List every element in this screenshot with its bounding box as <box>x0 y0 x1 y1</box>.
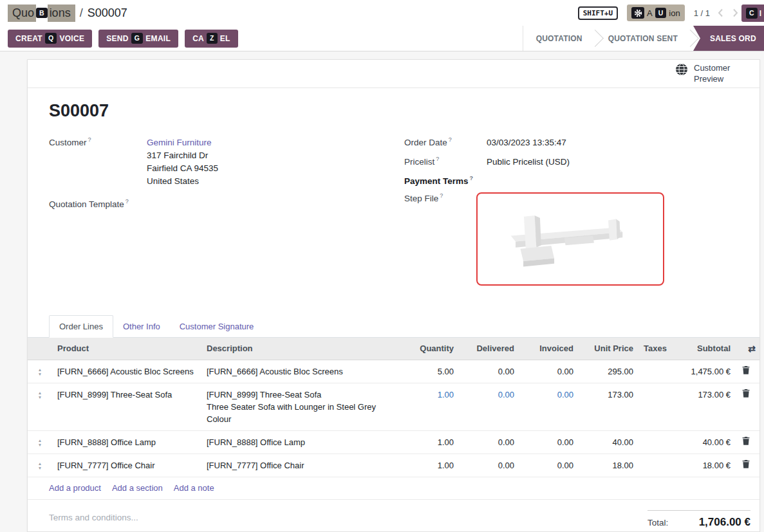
send-email-button[interactable]: SEND G EMAIL <box>98 30 178 48</box>
topbar-edge-button[interactable]: C l <box>741 5 764 22</box>
order-date-field: Order Date? 03/03/2023 13:35:47 <box>404 136 734 149</box>
add-a-note-link[interactable]: Add a note <box>174 483 214 493</box>
delivered-column-header[interactable]: Delivered <box>459 338 519 360</box>
pricelist-value[interactable]: Public Pricelist (USD) <box>487 156 570 169</box>
subtotal-column-header[interactable]: Subtotal <box>669 338 736 360</box>
optional-columns-header: ⇄ <box>736 338 760 360</box>
order-line-row: ▲▼ [FURN_8888] Office Lamp [FURN_8888] O… <box>28 430 760 454</box>
create-invoice-label-pre: CREAT <box>15 34 42 43</box>
action-buttons: CREAT Q VOICE SEND G EMAIL CA Z EL <box>8 26 238 51</box>
table-footer-links: Add a product Add a section Add a note <box>28 477 759 500</box>
drag-handle-icon[interactable]: ▲▼ <box>33 436 47 448</box>
status-step-quotation-sent[interactable]: QUOTATION SENT <box>595 26 691 51</box>
customer-preview-button[interactable]: Customer Preview <box>675 63 735 84</box>
cancel-label-pre: CA <box>192 34 204 43</box>
taxes-cell[interactable] <box>638 360 669 383</box>
description-column-header[interactable]: Description <box>201 338 398 360</box>
quantity-cell[interactable]: 1.00 <box>398 430 459 454</box>
description-cell[interactable]: [FURN_7777] Office Chair <box>201 454 398 477</box>
help-icon: ? <box>449 136 452 143</box>
notebook-tabs: Order Lines Other Info Customer Signatur… <box>28 315 759 338</box>
unit-price-cell[interactable]: 18.00 <box>579 454 638 477</box>
status-step-sales-order[interactable]: SALES ORD <box>693 26 764 51</box>
product-cell[interactable]: [FURN_8888] Office Lamp <box>52 430 201 454</box>
terms-and-conditions-placeholder[interactable]: Terms and conditions... <box>49 510 138 522</box>
pricelist-field-label: Pricelist? <box>404 156 487 169</box>
product-cell[interactable]: [FURN_8999] Three-Seat Sofa <box>52 383 201 430</box>
drag-handle-icon[interactable]: ▲▼ <box>33 459 47 471</box>
description-cell[interactable]: [FURN_8888] Office Lamp <box>201 430 398 454</box>
delivered-cell[interactable]: 0.00 <box>459 430 519 454</box>
customer-link[interactable]: Gemini Furniture <box>147 138 212 147</box>
order-date-field-label: Order Date? <box>404 136 487 149</box>
tab-order-lines[interactable]: Order Lines <box>49 315 113 338</box>
status-arrow-icon <box>682 30 699 47</box>
field-grid: Customer? Gemini Furniture 317 Fairchild… <box>49 136 734 292</box>
cancel-button[interactable]: CA Z EL <box>185 30 238 48</box>
breadcrumb-quotations[interactable]: Quo B ions <box>8 5 75 22</box>
step-file-image[interactable] <box>476 192 664 286</box>
trash-icon <box>742 437 750 445</box>
unit-price-cell[interactable]: 173.00 <box>579 383 638 430</box>
globe-icon <box>675 63 688 78</box>
order-line-row: ▲▼ [FURN_8999] Three-Seat Sofa [FURN_899… <box>28 383 760 430</box>
taxes-cell[interactable] <box>638 383 669 430</box>
delivered-cell[interactable]: 0.00 <box>459 383 519 430</box>
invoiced-cell[interactable]: 0.00 <box>519 430 579 454</box>
taxes-column-header[interactable]: Taxes <box>638 338 669 360</box>
invoiced-cell[interactable]: 0.00 <box>519 454 579 477</box>
drag-handle-icon[interactable]: ▲▼ <box>33 365 47 377</box>
add-a-section-link[interactable]: Add a section <box>112 483 163 493</box>
description-cell[interactable]: [FURN_6666] Acoustic Bloc Screens <box>201 360 398 383</box>
delete-row-button[interactable] <box>741 459 751 471</box>
order-date-value[interactable]: 03/03/2023 13:35:47 <box>487 136 566 149</box>
add-a-product-link[interactable]: Add a product <box>49 483 101 493</box>
quotation-template-field-label: Quotation Template? <box>49 198 147 209</box>
payment-terms-field: Payment Terms? <box>404 175 734 186</box>
drag-handle-icon[interactable]: ▲▼ <box>33 389 47 400</box>
quantity-cell[interactable]: 1.00 <box>398 383 459 430</box>
invoiced-column-header[interactable]: Invoiced <box>519 338 579 360</box>
help-icon: ? <box>126 198 129 205</box>
quantity-column-header[interactable]: Quantity <box>398 338 459 360</box>
sheet-body: S00007 Customer? Gemini Furniture 317 Fa… <box>28 88 759 292</box>
subtotal-cell: 18.00 € <box>669 454 736 477</box>
delivered-cell[interactable]: 0.00 <box>459 360 519 383</box>
unit-price-cell[interactable]: 295.00 <box>579 360 638 383</box>
quantity-cell[interactable]: 5.00 <box>398 360 459 383</box>
action-menu-button[interactable]: A U ion <box>627 5 685 21</box>
taxes-cell[interactable] <box>638 430 669 454</box>
breadcrumb-current: S00007 <box>88 6 127 20</box>
delete-row-button[interactable] <box>741 365 751 377</box>
topbar: Quo B ions / S00007 SHIFT+U A U ion <box>0 0 764 26</box>
breadcrumb-parent-text-post: ions <box>48 5 75 22</box>
step-file-field: Step File? <box>404 192 734 286</box>
hotkey-badge-z: Z <box>207 33 218 44</box>
help-icon: ? <box>88 136 91 143</box>
tab-customer-signature[interactable]: Customer Signature <box>170 316 264 337</box>
hotkey-badge-c: C <box>746 8 758 19</box>
totals-block: Total: 1,706.00 € <box>648 510 750 529</box>
description-cell[interactable]: [FURN_8999] Three-Seat Sofa Three Seater… <box>201 383 398 430</box>
invoiced-cell[interactable]: 0.00 <box>519 360 579 383</box>
product-column-header[interactable]: Product <box>52 338 201 360</box>
status-step-quotation[interactable]: QUOTATION <box>523 26 595 51</box>
product-cell[interactable]: [FURN_7777] Office Chair <box>52 454 201 477</box>
delete-row-button[interactable] <box>741 436 751 448</box>
total-value: 1,706.00 € <box>699 516 750 529</box>
create-invoice-button[interactable]: CREAT Q VOICE <box>8 30 92 48</box>
unit-price-cell[interactable]: 40.00 <box>579 430 638 454</box>
unit-price-column-header[interactable]: Unit Price <box>579 338 638 360</box>
customer-address-line: 317 Fairchild Dr <box>147 149 218 162</box>
taxes-cell[interactable] <box>638 454 669 477</box>
invoiced-cell[interactable]: 0.00 <box>519 383 579 430</box>
tab-other-info[interactable]: Other Info <box>113 316 170 337</box>
quantity-cell[interactable]: 1.00 <box>398 454 459 477</box>
total-label: Total: <box>648 518 668 527</box>
optional-columns-icon[interactable]: ⇄ <box>748 344 756 354</box>
pager-next-button[interactable] <box>731 7 740 19</box>
pager-previous-button[interactable] <box>716 7 725 19</box>
product-cell[interactable]: [FURN_6666] Acoustic Bloc Screens <box>52 360 201 383</box>
delivered-cell[interactable]: 0.00 <box>459 454 519 477</box>
delete-row-button[interactable] <box>741 389 751 400</box>
